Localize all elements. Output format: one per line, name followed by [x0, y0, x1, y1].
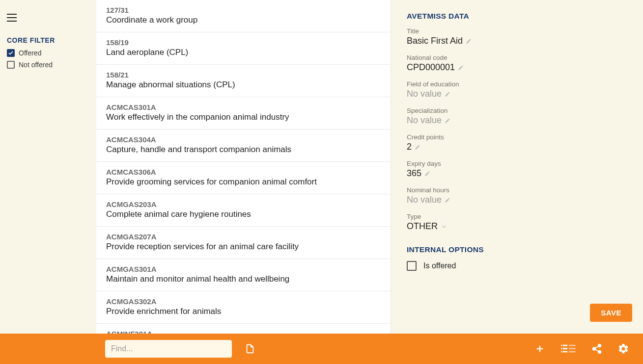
list-item[interactable]: 158/21Manage abnormal situations (CPL): [96, 65, 391, 97]
list-item-title: Provide reception services for an animal…: [106, 242, 381, 252]
find-in-page-icon[interactable]: [244, 342, 256, 355]
field-label: Credit points: [407, 133, 627, 141]
filter-option-not-offered[interactable]: Not offered: [7, 61, 89, 69]
save-button[interactable]: SAVE: [590, 304, 632, 322]
list-item-title: Provide grooming services for companion …: [106, 177, 381, 187]
list-item[interactable]: ACMCAS306AProvide grooming services for …: [96, 162, 391, 194]
svg-rect-9: [563, 351, 567, 353]
hamburger-menu-icon[interactable]: [7, 13, 17, 23]
field-value: Basic First Aid: [407, 36, 627, 46]
field-value: No value: [407, 115, 627, 126]
left-sidebar: CORE FILTER OfferedNot offered: [0, 0, 96, 334]
field-type[interactable]: Type OTHER: [407, 213, 627, 232]
detail-panel: AVETMISS DATA Title Basic First Aid Nati…: [391, 0, 643, 334]
list-item[interactable]: 127/31Coordinate a work group: [96, 0, 391, 32]
svg-rect-8: [561, 351, 562, 353]
svg-point-14: [593, 347, 596, 350]
list-item-code: 158/19: [106, 38, 381, 47]
internal-options-header: INTERNAL OPTIONS: [407, 245, 627, 254]
svg-point-13: [598, 344, 601, 347]
list-item-title: Maintain and monitor animal health and w…: [106, 274, 381, 284]
list-item-code: ACMCAS306A: [106, 168, 381, 176]
field-education[interactable]: Field of education No value: [407, 80, 627, 99]
checkbox-icon: [7, 61, 15, 69]
list-item-code: ACMGAS302A: [106, 297, 381, 306]
avetmiss-header: AVETMISS DATA: [407, 12, 627, 21]
is-offered-label: Is offered: [423, 261, 456, 270]
list-item-title: Work effectively in the companion animal…: [106, 112, 381, 122]
svg-line-17: [595, 349, 598, 351]
chevron-down-icon: [441, 223, 447, 230]
checkbox-icon: [7, 49, 15, 57]
list-item-code: ACMCAS304A: [106, 135, 381, 144]
gear-icon[interactable]: [617, 343, 629, 355]
field-value: No value: [407, 89, 627, 99]
pencil-icon: [466, 38, 472, 44]
field-value: CPD000001: [407, 62, 627, 73]
list-item[interactable]: ACMINF301AComply with infection control …: [96, 324, 391, 334]
bottom-bar: [0, 334, 643, 364]
field-national-code[interactable]: National code CPD000001: [407, 54, 627, 73]
list-item-code: 127/31: [106, 6, 381, 14]
is-offered-checkbox-row[interactable]: Is offered: [407, 261, 627, 271]
field-specialization[interactable]: Specialization No value: [407, 107, 627, 126]
list-item[interactable]: ACMCAS301AWork effectively in the compan…: [96, 97, 391, 130]
field-expiry-days[interactable]: Expiry days 365: [407, 160, 627, 179]
list-item-title: Provide enrichment for animals: [106, 307, 381, 316]
filter-option-label: Not offered: [19, 61, 53, 69]
pencil-icon: [458, 65, 464, 71]
pencil-icon: [424, 171, 430, 177]
list-item-title: Coordinate a work group: [106, 15, 381, 25]
field-label: Nominal hours: [407, 186, 627, 194]
list-item-code: ACMGAS301A: [106, 265, 381, 273]
list-item[interactable]: ACMCAS304ACapture, handle and transport …: [96, 130, 391, 162]
list-item-code: ACMCAS301A: [106, 103, 381, 111]
svg-rect-10: [569, 345, 576, 346]
list-item-code: 158/21: [106, 71, 381, 79]
field-label: Field of education: [407, 80, 627, 88]
field-value: OTHER: [407, 221, 627, 232]
list-item[interactable]: ACMGAS302AProvide enrichment for animals: [96, 291, 391, 324]
field-label: Expiry days: [407, 160, 627, 167]
field-value: No value: [407, 195, 627, 205]
svg-line-16: [595, 346, 598, 348]
pencil-icon: [445, 118, 450, 124]
field-label: Specialization: [407, 107, 627, 114]
find-input[interactable]: [105, 340, 232, 358]
list-item[interactable]: ACMGAS203AComplete animal care hygiene r…: [96, 194, 391, 227]
list-item-code: ACMGAS207A: [106, 233, 381, 241]
field-value: 365: [407, 168, 627, 179]
svg-rect-12: [569, 351, 576, 353]
field-title[interactable]: Title Basic First Aid: [407, 27, 627, 46]
list-item[interactable]: ACMGAS301AMaintain and monitor animal he…: [96, 259, 391, 291]
list-item-title: Complete animal care hygiene routines: [106, 209, 381, 219]
field-credit-points[interactable]: Credit points 2: [407, 133, 627, 152]
svg-rect-6: [561, 348, 562, 349]
list-item-title: Land aeroplane (CPL): [106, 48, 381, 57]
svg-point-15: [598, 351, 601, 354]
view-mode-icon[interactable]: [560, 343, 576, 355]
list-item-code: ACMINF301A: [106, 330, 381, 334]
field-value: 2: [407, 142, 627, 152]
add-icon[interactable]: [534, 343, 546, 355]
svg-rect-4: [561, 345, 562, 346]
field-nominal-hours[interactable]: Nominal hours No value: [407, 186, 627, 205]
svg-line-1: [251, 350, 252, 351]
field-label: Title: [407, 27, 627, 35]
share-icon[interactable]: [591, 343, 603, 355]
pencil-icon: [445, 91, 450, 97]
list-item[interactable]: 158/19Land aeroplane (CPL): [96, 32, 391, 65]
svg-rect-11: [569, 348, 576, 349]
checkbox-icon: [407, 261, 417, 271]
field-label: National code: [407, 54, 627, 61]
list-scrollarea[interactable]: 127/31Coordinate a work group158/19Land …: [96, 0, 391, 334]
list-item[interactable]: ACMGAS207AProvide reception services for…: [96, 227, 391, 259]
svg-rect-7: [563, 348, 567, 349]
filter-option-offered[interactable]: Offered: [7, 49, 89, 57]
pencil-icon: [445, 197, 450, 203]
list-item-title: Capture, handle and transport companion …: [106, 145, 381, 155]
list-item-title: Manage abnormal situations (CPL): [106, 80, 381, 90]
center-list: 127/31Coordinate a work group158/19Land …: [96, 0, 391, 334]
list-item-code: ACMGAS203A: [106, 200, 381, 208]
svg-rect-5: [563, 345, 567, 346]
